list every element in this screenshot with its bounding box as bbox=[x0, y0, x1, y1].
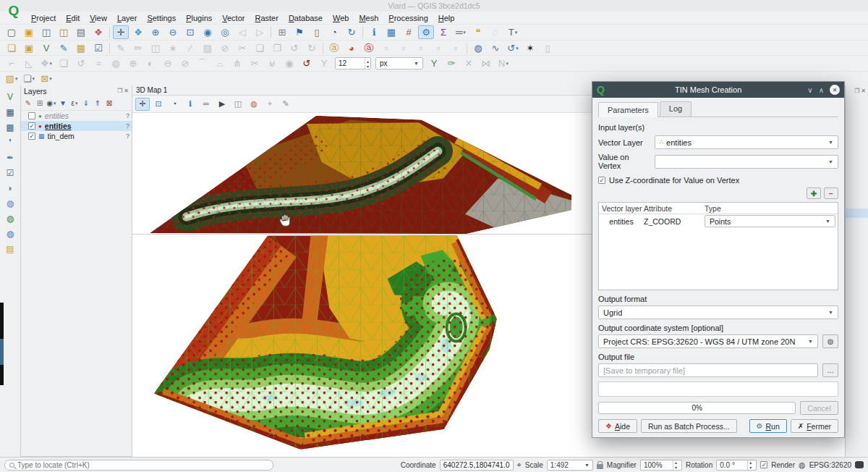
advanced-digitizing-icon[interactable]: ⌐ bbox=[4, 56, 20, 70]
pan-to-selection-icon[interactable]: ❖ bbox=[130, 25, 146, 39]
delete-part-icon[interactable]: ⊘ bbox=[177, 56, 193, 70]
toggle-editing-icon[interactable]: ✏ bbox=[130, 41, 146, 55]
filter-expression-icon[interactable]: ε▾ bbox=[69, 98, 80, 109]
filter-legend-icon[interactable]: ▼ bbox=[57, 98, 69, 109]
pan-map-icon[interactable]: ✛ bbox=[113, 25, 129, 39]
crs-globe-icon[interactable]: ◍ bbox=[799, 460, 806, 470]
menu-item[interactable]: Raster bbox=[250, 13, 283, 23]
menu-item[interactable]: Layer bbox=[112, 13, 142, 23]
delete-ring-icon[interactable]: ⊖ bbox=[160, 56, 176, 70]
vector-layer-combo[interactable]: ∴ entities ▼ bbox=[655, 135, 838, 149]
layer-checkbox[interactable] bbox=[28, 112, 35, 119]
identify-3d-icon[interactable]: ℹ bbox=[183, 98, 197, 111]
float-panel-icon[interactable]: ❐ bbox=[854, 88, 859, 94]
zoom-out-icon[interactable]: ⊖ bbox=[165, 25, 181, 39]
layer-name[interactable]: tin_dem bbox=[48, 132, 75, 140]
attribute-table-icon[interactable]: ▦ bbox=[383, 25, 399, 39]
menu-item[interactable]: Settings bbox=[142, 13, 181, 23]
new-shapefile-layer-icon[interactable]: V bbox=[38, 41, 54, 55]
map-tips-icon[interactable]: ❝ bbox=[470, 25, 486, 39]
zoom-full-3d-icon[interactable]: ⊡ bbox=[151, 98, 166, 111]
label-change-icon[interactable]: ▫ bbox=[448, 41, 464, 55]
merge-features-icon[interactable]: ⊎ bbox=[264, 56, 280, 70]
layer-indicator-badge[interactable]: ? bbox=[126, 112, 129, 119]
metasearch-icon[interactable]: ◍ bbox=[470, 41, 486, 55]
split-parts-icon[interactable]: ⋔ bbox=[229, 56, 245, 70]
dialog-titlebar[interactable]: Q TIN Mesh Creation ∨∧✕ bbox=[592, 82, 844, 98]
help-button[interactable]: ❖ Aide bbox=[598, 419, 637, 433]
animation-icon[interactable]: ◔ bbox=[167, 98, 182, 111]
spin-arrows-icon[interactable]: ▴▾ bbox=[365, 58, 370, 69]
copy-layer-style-icon[interactable]: ❏▾ bbox=[21, 72, 37, 85]
coordinate-input[interactable] bbox=[443, 461, 510, 469]
rollback-edits-icon[interactable]: ↺ bbox=[299, 56, 315, 70]
lock-scale-icon[interactable] bbox=[597, 464, 603, 469]
add-part-icon[interactable]: ⊕ bbox=[125, 56, 141, 70]
new-mesh-layer-icon[interactable]: ▦ bbox=[73, 41, 89, 55]
new-map-view-icon[interactable]: ⊞ bbox=[274, 25, 290, 39]
layer-row-tin-dem[interactable]: ✓ ▦ tin_dem ? bbox=[21, 131, 132, 141]
vertex-marker-icon[interactable]: ◉ bbox=[281, 56, 297, 70]
table-row[interactable]: entities Z_COORD Points ▼ bbox=[599, 214, 838, 228]
export-3d-icon[interactable]: ◫ bbox=[231, 98, 245, 111]
save-project-icon[interactable]: ◫ bbox=[38, 25, 54, 39]
dialog-shade-icon[interactable]: ∨ bbox=[807, 86, 812, 94]
paste-features-icon[interactable]: ❐ bbox=[269, 41, 285, 55]
open-project-icon[interactable]: ▣ bbox=[21, 25, 37, 39]
add-raster-layer-icon[interactable]: ▦ bbox=[2, 105, 18, 119]
menu-item[interactable]: Project bbox=[26, 13, 61, 23]
menu-item[interactable]: View bbox=[85, 13, 112, 23]
effects-3d-icon[interactable]: ✦ bbox=[263, 98, 277, 111]
layer-checkbox[interactable]: ✓ bbox=[28, 122, 35, 130]
add-row-button[interactable]: ✚ bbox=[807, 187, 821, 199]
datasource-manager-icon[interactable]: ❏ bbox=[4, 41, 20, 55]
layer-row-entities[interactable]: ✓ ● entities ? bbox=[21, 121, 132, 131]
output-file-input[interactable]: [Save to temporary file] bbox=[598, 363, 818, 377]
label-highlight-icon[interactable]: ▫ bbox=[396, 41, 412, 55]
plugin-debug-icon[interactable]: ✶ bbox=[522, 41, 538, 55]
select-crs-button[interactable]: ◍ bbox=[822, 334, 838, 348]
spin-arrows-icon[interactable]: ▴▾ bbox=[673, 460, 678, 470]
configure-3d-icon[interactable]: ✎ bbox=[278, 98, 293, 111]
collapse-all-icon[interactable]: ⇑ bbox=[92, 98, 103, 109]
zoom-in-icon[interactable]: ⊕ bbox=[148, 25, 163, 39]
add-db-layer-icon[interactable]: ▣ bbox=[21, 41, 37, 55]
cut-features-icon[interactable]: ✂ bbox=[234, 41, 250, 55]
messages-icon[interactable] bbox=[855, 461, 864, 468]
label-move-icon[interactable]: ▫ bbox=[413, 41, 429, 55]
zoom-next-icon[interactable]: ▷ bbox=[252, 25, 268, 39]
redo-icon[interactable]: ↻ bbox=[304, 41, 320, 55]
close-panel-icon[interactable]: ✕ bbox=[861, 88, 866, 94]
label-pin-icon[interactable]: ▫ bbox=[378, 41, 394, 55]
zoom-last-icon[interactable]: ◁ bbox=[234, 25, 250, 39]
join-tool-icon[interactable]: ⋈ bbox=[478, 56, 494, 70]
modify-attributes-icon[interactable]: ▨ bbox=[200, 41, 216, 55]
new-print-layout-icon[interactable]: ▤ bbox=[73, 25, 89, 39]
play-animation-icon[interactable]: ▶ bbox=[215, 98, 229, 111]
copy-features-icon[interactable]: ❏ bbox=[252, 41, 268, 55]
new-geopackage-layer-icon[interactable]: ✎ bbox=[56, 41, 72, 55]
type-combo[interactable]: Points ▼ bbox=[705, 215, 835, 227]
magnifier-spinbox[interactable]: 100% ▴▾ bbox=[640, 460, 682, 471]
processing-history-icon[interactable]: ↺▾ bbox=[505, 41, 521, 55]
save-edits-icon[interactable]: ◫ bbox=[148, 41, 163, 55]
camera-pan-icon[interactable]: ✛ bbox=[135, 98, 150, 111]
simplify-feature-icon[interactable]: ≈ bbox=[90, 56, 106, 70]
tab-log[interactable]: Log bbox=[660, 101, 692, 117]
symbol-size-input[interactable] bbox=[336, 59, 365, 67]
temporal-controller-icon[interactable]: ◔ bbox=[326, 25, 342, 39]
clear-tool-icon[interactable]: ✕ bbox=[461, 56, 477, 70]
new-project-icon[interactable]: ▢ bbox=[4, 25, 20, 39]
show-bookmarks-icon[interactable]: ▯ bbox=[309, 25, 325, 39]
layer-styling-icon[interactable]: ✎ bbox=[22, 98, 34, 109]
panel-selected-row[interactable] bbox=[846, 208, 868, 218]
menu-item[interactable]: Database bbox=[284, 13, 328, 23]
construction-guides-icon[interactable]: ◺ bbox=[21, 56, 37, 70]
remove-layer-group-icon[interactable]: ⊠▾ bbox=[38, 72, 54, 85]
remove-row-button[interactable]: − bbox=[824, 187, 838, 199]
add-spatialite-layer-icon[interactable]: ◍ bbox=[2, 196, 18, 210]
tab-parameters[interactable]: Parameters bbox=[598, 102, 658, 117]
layer-checkbox[interactable]: ✓ bbox=[28, 132, 35, 140]
add-delimited-text-icon[interactable]: ❜ bbox=[2, 135, 18, 149]
unit-combo[interactable]: px ▼ bbox=[375, 57, 423, 69]
